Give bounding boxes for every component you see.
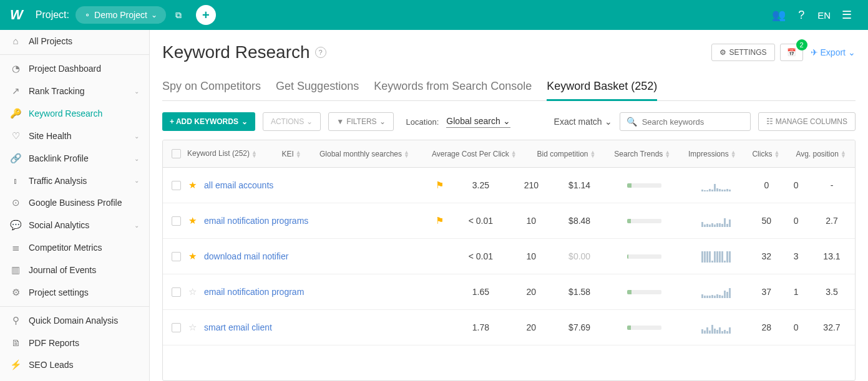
row-checkbox[interactable] — [172, 287, 181, 297]
sidebar-item[interactable]: 🔗Backlink Profile⌄ — [0, 147, 149, 170]
flag-icon[interactable]: ⚑ — [436, 180, 444, 191]
star-icon[interactable]: ★ — [188, 180, 197, 191]
cell: $1.14 — [552, 168, 607, 203]
cell: 3.5 — [809, 274, 855, 310]
tab[interactable]: Get Suggestions — [276, 74, 359, 101]
sidebar-item[interactable]: ♡Site Health⌄ — [0, 125, 149, 147]
calendar-button[interactable]: 📅 2 — [780, 44, 803, 61]
cell: 20 — [510, 310, 552, 345]
sidebar-label: Keyword Research — [29, 109, 102, 118]
users-icon[interactable]: 👥 — [768, 4, 790, 26]
sidebar: ⌂All Projects◔Project Dashboard↗Rank Tra… — [0, 30, 150, 381]
search-keywords[interactable]: 🔍 — [620, 112, 751, 131]
star-icon[interactable]: ★ — [188, 251, 197, 262]
column-header[interactable]: KEI▲▼ — [275, 140, 308, 168]
tab[interactable]: Keyword Basket (252) — [547, 74, 657, 101]
filters-button[interactable]: ▼ FILTERS ⌄ — [328, 112, 393, 131]
sidebar-item[interactable]: ⚙Project settings — [0, 281, 149, 304]
cell: < 0.01 — [451, 239, 510, 274]
column-header[interactable]: Search Trends▲▼ — [605, 140, 680, 168]
sidebar-item[interactable]: ⚲Quick Domain Analysis — [0, 309, 149, 332]
keyword-link[interactable]: all email accounts — [204, 180, 273, 190]
row-checkbox[interactable] — [172, 181, 181, 190]
row-checkbox[interactable] — [172, 323, 181, 332]
filter-icon: ▼ — [336, 117, 344, 126]
language-selector[interactable]: EN — [812, 10, 836, 21]
sidebar-item[interactable]: ↗Rank Tracking⌄ — [0, 80, 149, 102]
sidebar-item[interactable]: ▥Journal of Events — [0, 259, 149, 281]
sidebar-item[interactable]: ◔Project Dashboard — [0, 57, 149, 80]
keyword-link[interactable]: download mail notifier — [204, 251, 288, 261]
sidebar-item[interactable]: ☑Tasks — [0, 376, 149, 381]
keyword-link[interactable]: smart email client — [204, 322, 272, 332]
column-header[interactable]: Clicks▲▼ — [745, 140, 788, 168]
sort-icon: ▲▼ — [404, 150, 409, 158]
flag-icon[interactable]: ⚑ — [436, 215, 444, 226]
main-content: Keyword Research ? ⚙ SETTINGS 📅 2 ✈ Expo… — [150, 30, 868, 381]
column-header[interactable]: Bid competition▲▼ — [527, 140, 605, 168]
keyword-link[interactable]: email notification program — [204, 287, 304, 297]
sidebar-icon: ⫾ — [10, 175, 21, 186]
sidebar-icon: ◔ — [10, 63, 21, 74]
add-keywords-button[interactable]: + ADD KEYWORDS ⌄ — [162, 112, 255, 131]
row-checkbox[interactable] — [172, 216, 181, 226]
search-input[interactable] — [642, 117, 747, 127]
sidebar-item[interactable]: ⫾Traffic Analysis⌄ — [0, 170, 149, 191]
sort-icon: ▲▼ — [731, 150, 736, 158]
calendar-badge: 2 — [796, 39, 807, 51]
column-header[interactable]: Keyword List (252)▲▼ — [163, 140, 275, 168]
toolbar: + ADD KEYWORDS ⌄ ACTIONS ⌄ ▼ FILTERS ⌄ L… — [162, 112, 856, 131]
search-icon: 🔍 — [627, 117, 637, 127]
row-checkbox[interactable] — [172, 252, 181, 261]
tabs: Spy on CompetitorsGet SuggestionsKeyword… — [162, 74, 856, 101]
sidebar-label: All Projects — [29, 36, 72, 46]
sort-icon: ▲▼ — [511, 150, 517, 158]
sidebar-item[interactable]: ≣Competitor Metrics — [0, 236, 149, 259]
cell: 3 — [783, 239, 809, 274]
sidebar-item[interactable]: ⌂All Projects — [0, 30, 149, 52]
sidebar-item[interactable]: ⊙Google Business Profile — [0, 191, 149, 214]
manage-columns-button[interactable]: ☷ MANAGE COLUMNS — [758, 112, 856, 131]
column-header[interactable]: Avg. position▲▼ — [787, 140, 855, 168]
project-selector[interactable]: ⚬ Demo Project ⌄ — [76, 6, 166, 24]
page-help-icon[interactable]: ? — [315, 47, 326, 58]
add-project-button[interactable]: + — [196, 5, 216, 25]
settings-button[interactable]: ⚙ SETTINGS — [711, 44, 775, 61]
export-button[interactable]: ✈ Export ⌄ — [811, 47, 856, 57]
sidebar-item[interactable]: 🗎PDF Reports — [0, 332, 149, 354]
column-header[interactable]: Impressions▲▼ — [680, 140, 744, 168]
project-label: Project: — [36, 9, 69, 21]
cell: $0.00 — [552, 239, 607, 274]
cell: 0 — [783, 168, 809, 203]
logo: W — [10, 7, 23, 23]
actions-button[interactable]: ACTIONS ⌄ — [263, 112, 321, 131]
match-selector[interactable]: Exact match ⌄ — [554, 117, 612, 127]
location-selector[interactable]: Global search ⌄ — [446, 116, 510, 128]
menu-icon[interactable]: ☰ — [836, 4, 858, 26]
sort-icon: ▲▼ — [590, 150, 596, 158]
sidebar-item[interactable]: 💬Social Analytics⌄ — [0, 214, 149, 236]
sidebar-item[interactable]: ⚡SEO Leads — [0, 354, 149, 376]
chevron-down-icon: ⌄ — [503, 116, 510, 126]
table-row: ★email notification programs⚑< 0.0110$8.… — [163, 203, 855, 239]
cell: - — [809, 168, 855, 203]
star-icon[interactable]: ★ — [188, 215, 197, 226]
chevron-down-icon: ⌄ — [379, 117, 386, 126]
keyword-link[interactable]: email notification programs — [204, 216, 308, 226]
star-icon[interactable]: ☆ — [188, 286, 197, 297]
tab[interactable]: Spy on Competitors — [162, 74, 261, 101]
sidebar-label: Social Analytics — [29, 220, 89, 230]
star-icon[interactable]: ☆ — [188, 322, 197, 333]
table-row: ★all email accounts⚑3.25210$1.1400- — [163, 168, 855, 203]
sidebar-icon: ⌂ — [10, 36, 21, 46]
competition-cell — [607, 274, 682, 310]
sidebar-item[interactable]: 🔑Keyword Research — [0, 102, 149, 125]
sort-icon: ▲▼ — [841, 150, 846, 158]
sidebar-icon: 🗎 — [10, 337, 21, 348]
tab[interactable]: Keywords from Search Console — [374, 74, 532, 101]
open-external-icon[interactable]: ⧉ — [171, 7, 186, 22]
column-header[interactable]: Average Cost Per Click▲▼ — [421, 140, 527, 168]
help-icon[interactable]: ? — [790, 4, 812, 26]
select-all-checkbox[interactable] — [172, 149, 181, 158]
column-header[interactable]: Global monthly searches▲▼ — [308, 140, 421, 168]
